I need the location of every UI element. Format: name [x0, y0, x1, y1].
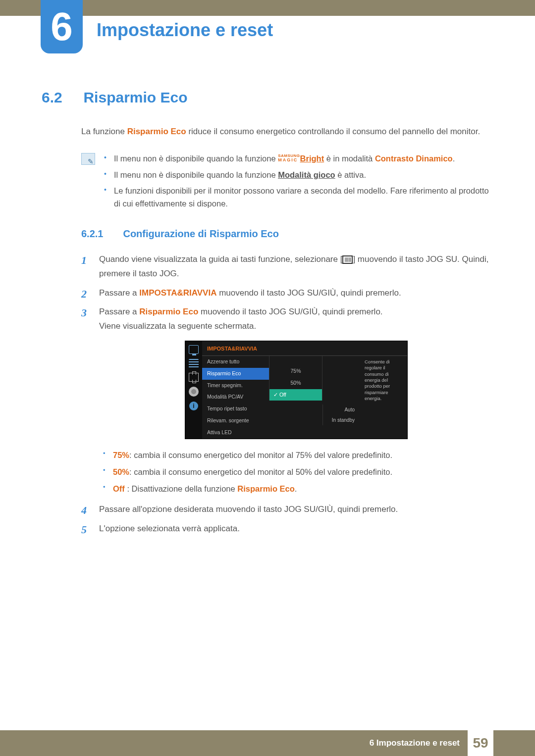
osd-description: Consente di regolare il consumo di energ…	[360, 356, 407, 439]
list-icon	[189, 359, 199, 368]
step-3: 3 Passare a Risparmio Eco muovendo il ta…	[81, 305, 493, 496]
steps-list: 1 Quando viene visualizzata la guida ai …	[81, 252, 493, 536]
step-4: 4 Passare all'opzione desiderata muovend…	[81, 503, 493, 517]
osd-main: IMPOSTA&RIAVVIA Azzerare tutto Risparmio…	[202, 341, 407, 439]
osd-screenshot: i IMPOSTA&RIAVVIA Azzerare tutto Risparm…	[185, 341, 408, 439]
section-number: 6.2	[42, 89, 81, 106]
section-intro: La funzione Risparmio Eco riduce il cons…	[81, 125, 493, 138]
section-heading: 6.2 Risparmio Eco	[42, 89, 493, 106]
info-icon: i	[189, 402, 198, 410]
chapter-number: 6	[51, 7, 73, 47]
section-title: Risparmio Eco	[83, 89, 187, 105]
monitor-icon	[189, 345, 199, 354]
resize-icon	[189, 373, 199, 382]
osd-row: Tempo ripet tasto	[202, 403, 269, 415]
osd-row: Azzerare tutto	[202, 356, 269, 368]
note-item: Il menu non è disponibile quando la funz…	[104, 152, 493, 165]
osd-row: Modalità PC/AV	[202, 391, 269, 403]
osd-value: Auto	[322, 404, 360, 415]
osd-menu-list: Azzerare tutto Risparmio Eco Timer spegn…	[202, 356, 269, 439]
osd-row-selected: Risparmio Eco	[202, 368, 269, 380]
option-bullets: 75%: cambia il consumo energetico del mo…	[99, 448, 493, 496]
subsection-title: Configurazione di Risparmio Eco	[123, 228, 278, 239]
osd-sidebar-icons: i	[185, 341, 202, 439]
note-block: Il menu non è disponibile quando la funz…	[81, 152, 493, 213]
note-item: Il menu non è disponibile quando la funz…	[104, 168, 493, 181]
osd-row: Attiva LED	[202, 427, 269, 439]
chapter-title: Impostazione e reset	[97, 20, 273, 41]
osd-options: 75% 50% Off	[269, 356, 322, 439]
osd-row: Timer spegnim.	[202, 380, 269, 392]
note-icon	[81, 153, 95, 165]
step-1: 1 Quando viene visualizzata la guida ai …	[81, 252, 493, 281]
osd-values: Auto In standby	[322, 356, 360, 439]
footer-chapter-text: 6 Impostazione e reset	[370, 738, 460, 748]
subsection-number: 6.2.1	[81, 228, 121, 240]
osd-title: IMPOSTA&RIAVVIA	[202, 341, 407, 356]
page-number: 59	[468, 730, 493, 756]
osd-option: 75%	[269, 365, 322, 377]
bullet-item: 75%: cambia il consumo energetico del mo…	[99, 448, 493, 462]
footer-bar: 6 Impostazione e reset 59	[0, 730, 535, 756]
bullet-item: 50%: cambia il consumo energetico del mo…	[99, 465, 493, 479]
osd-value: In standby	[322, 415, 360, 425]
gear-icon	[189, 387, 199, 397]
menu-icon: ⅢⅡ	[342, 255, 353, 264]
osd-row: Rilevam. sorgente	[202, 415, 269, 427]
note-list: Il menu non è disponibile quando la funz…	[104, 152, 493, 213]
emphasis: Risparmio Eco	[127, 127, 186, 136]
osd-option-selected: Off	[269, 389, 322, 401]
page-content: 6.2 Risparmio Eco La funzione Risparmio …	[42, 89, 493, 541]
samsung-magic-logo: SAMSUNGMAGIC	[278, 154, 300, 162]
step-2: 2 Passare a IMPOSTA&RIAVVIA muovendo il …	[81, 286, 493, 301]
note-item: Le funzioni disponibili per il monitor p…	[104, 184, 493, 210]
chapter-badge: 6	[41, 0, 83, 53]
step-5: 5 L'opzione selezionata verrà applicata.	[81, 522, 493, 536]
subsection-heading: 6.2.1 Configurazione di Risparmio Eco	[42, 228, 493, 240]
osd-option: 50%	[269, 377, 322, 389]
bullet-item: Off : Disattivazione della funzione Risp…	[99, 482, 493, 496]
